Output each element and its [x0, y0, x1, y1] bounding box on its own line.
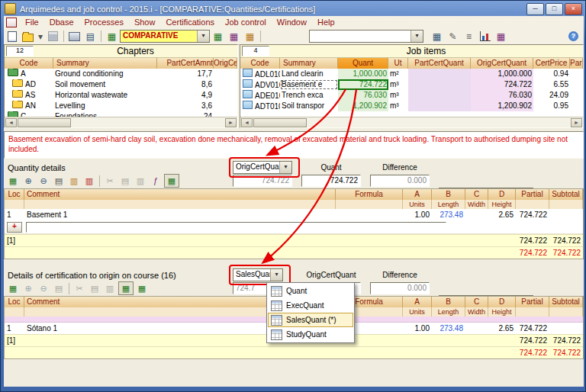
edit-icon[interactable]: ✎ [446, 30, 460, 43]
menu-file[interactable]: File [20, 17, 44, 27]
horizontal-scrollbar[interactable]: ◄ ► [240, 117, 583, 127]
import-measurement-icon[interactable]: ▦ [135, 282, 149, 294]
menu-show[interactable]: Show [129, 17, 161, 27]
scroll-left-button[interactable]: ◄ [241, 118, 253, 127]
chart-icon[interactable] [478, 30, 492, 43]
cell-orig[interactable] [214, 79, 237, 90]
prices-grid-icon[interactable]: ▦ [243, 30, 257, 43]
list-icon[interactable]: ≡ [462, 30, 476, 43]
cut-icon[interactable]: ✂ [72, 282, 86, 294]
comparative-view-icon[interactable]: ▦ [105, 30, 119, 43]
cell-summary[interactable]: Basement e [280, 79, 338, 90]
quantities-grid-icon[interactable]: ▦ [211, 30, 225, 43]
copy-lines-icon[interactable]: ▤ [52, 282, 66, 294]
cell-units[interactable]: 1.00 [403, 209, 432, 220]
summary-table-icon[interactable]: ▦ [494, 30, 508, 43]
cell-height[interactable]: 2.65 [488, 323, 516, 334]
cell-comment[interactable]: Basement 1 [24, 209, 336, 220]
cell-partial[interactable]: 724.722 [516, 209, 549, 220]
cell-amount[interactable]: 17,7 [157, 69, 214, 79]
menu-item-execquant[interactable]: ExecQuant [268, 298, 353, 313]
certification-source-combo[interactable]: SalesQuant ▾ [233, 268, 283, 281]
cell-width[interactable] [465, 323, 488, 334]
scroll-right-button[interactable]: ► [571, 118, 582, 127]
scrollbar-thumb[interactable] [253, 118, 307, 127]
notes-icon[interactable]: ▥ [82, 175, 96, 187]
cell-code[interactable]: ADT010 [240, 101, 280, 111]
formula-icon[interactable]: ƒ [149, 175, 163, 187]
cell-amount[interactable]: 3,6 [157, 101, 214, 111]
zoom-in-icon[interactable]: ⊕ [21, 282, 35, 294]
chapter-row[interactable]: A Ground conditioning 17,7 [5, 69, 237, 79]
cell-summary[interactable]: Soil transpor [280, 101, 338, 111]
copy-lines-icon[interactable]: ▤ [52, 175, 66, 187]
print-preview-icon[interactable]: ▤ [83, 30, 98, 43]
cell-quant[interactable]: 1,200.902 [338, 101, 388, 111]
copy-icon[interactable]: ▤ [118, 175, 132, 187]
cell-code[interactable]: ADL010 [240, 69, 280, 79]
cell-partc[interactable] [570, 90, 583, 101]
job-item-row-selected[interactable]: ADV010 Basement e 724.722 m³ 724.722 6.5… [240, 79, 583, 90]
cell-origcertquant[interactable]: 1,200.902 [471, 101, 533, 111]
cell-code[interactable]: A [5, 69, 53, 79]
cell-amount[interactable]: 4,9 [157, 90, 214, 101]
scroll-right-button[interactable]: ► [225, 118, 237, 127]
cell-quant[interactable]: 76.030 [338, 90, 388, 101]
insert-line-button[interactable]: + [7, 222, 22, 233]
cell-amount[interactable]: 8,6 [157, 79, 214, 90]
scroll-left-button[interactable]: ◄ [5, 118, 17, 127]
minimize-button[interactable]: ─ [526, 3, 544, 15]
chapter-row[interactable]: AS Horizontal wastewate 4,9 [5, 90, 237, 101]
cell-partc[interactable] [570, 101, 583, 111]
cell-formula[interactable] [336, 209, 403, 220]
cell-partc[interactable] [570, 79, 583, 90]
cell-origcertquant[interactable]: 724.722 [471, 79, 533, 90]
cell-ut[interactable]: m² [388, 69, 408, 79]
difference-value[interactable]: 0.000 [370, 175, 430, 187]
difference-value[interactable]: 0.000 [370, 282, 430, 294]
cell-certprice[interactable]: 0.95 [533, 101, 570, 111]
open-dropdown-icon[interactable]: ▾ [37, 30, 44, 43]
menu-certifications[interactable]: Certifications [160, 17, 220, 27]
job-item-row[interactable]: ADL010 Land clearin 1,000.000 m² 1,000.0… [240, 69, 583, 79]
maximize-button[interactable]: □ [546, 3, 563, 15]
cell-subtotal[interactable] [549, 209, 583, 220]
close-button[interactable]: × [565, 3, 582, 15]
menu-processes[interactable]: Processes [79, 17, 129, 27]
certification-grid-icon[interactable]: ▦ [227, 30, 241, 43]
cell-summary[interactable]: Soil movement [53, 79, 157, 90]
grid-toggle-icon[interactable]: ▦ [164, 174, 179, 188]
cell-summary[interactable]: Horizontal wastewate [53, 90, 157, 101]
dropdown-arrow-icon[interactable]: ▾ [411, 31, 423, 42]
zoom-in-icon[interactable]: ⊕ [21, 175, 35, 187]
cell-summary[interactable]: Ground conditioning [53, 69, 157, 79]
menu-help[interactable]: Help [312, 17, 340, 27]
cell-code[interactable]: ADV010 [240, 79, 280, 90]
source-quantity-value[interactable]: 724.722 [233, 175, 292, 187]
cell-length[interactable]: 273.48 [432, 323, 465, 334]
cell-subtotal[interactable] [549, 323, 583, 334]
dropdown-arrow-icon[interactable]: ▾ [279, 162, 291, 173]
cell-ut[interactable]: m³ [388, 90, 408, 101]
cell-quant[interactable]: 1,000.000 [338, 69, 388, 79]
dropdown-arrow-icon[interactable]: ▾ [270, 269, 282, 281]
cell-summary[interactable]: Trench exca [280, 90, 338, 101]
quant-value[interactable]: 724.722 [301, 175, 361, 187]
new-table-icon[interactable]: ▦ [430, 30, 444, 43]
filter-combo[interactable]: ▾ [309, 30, 423, 43]
paste-lines-icon[interactable]: ▥ [67, 175, 81, 187]
document-window-icon[interactable] [6, 18, 17, 27]
cell-partcertquant[interactable] [408, 79, 471, 90]
cell-orig[interactable] [214, 101, 237, 111]
new-document-icon[interactable] [5, 30, 19, 43]
cell-code[interactable]: ADE010c [240, 90, 280, 101]
scrollbar-thumb[interactable] [18, 118, 71, 127]
cell-loc[interactable]: 1 [5, 323, 24, 334]
menu-item-salesquant[interactable]: SalesQuant (*) [268, 313, 353, 327]
cell-summary[interactable]: Levelling [53, 101, 157, 111]
cell-certprice[interactable]: 24.09 [533, 90, 570, 101]
cell-orig[interactable] [214, 90, 237, 101]
chapter-row[interactable]: AD Soil movement 8,6 [5, 79, 237, 90]
cell-ut[interactable]: m³ [388, 101, 408, 111]
cell-code[interactable]: AN [5, 101, 53, 111]
